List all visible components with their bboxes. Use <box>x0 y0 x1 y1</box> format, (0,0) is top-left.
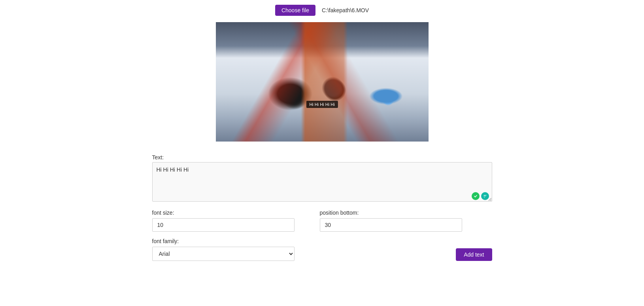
font-size-input[interactable] <box>152 218 295 232</box>
position-bottom-input[interactable] <box>320 218 462 232</box>
position-bottom-label: position bottom: <box>320 210 462 216</box>
position-bottom-group: position bottom: <box>320 210 462 232</box>
font-family-group: font family: Arial Times New Roman Couri… <box>152 238 295 261</box>
choose-file-button[interactable]: Choose file <box>275 5 315 16</box>
font-family-select[interactable]: Arial Times New Roman Courier New Verdan… <box>152 247 295 261</box>
top-bar: Choose file C:\fakepath\6.MOV <box>0 2 644 19</box>
textarea-icons <box>472 192 489 200</box>
font-size-position-row: font size: position bottom: <box>152 210 492 232</box>
font-size-label: font size: <box>152 210 295 216</box>
add-text-button[interactable]: Add text <box>456 248 492 261</box>
check-icon[interactable] <box>472 192 480 200</box>
file-path-display: C:\fakepath\6.MOV <box>322 7 369 13</box>
chat-icon[interactable] <box>481 192 489 200</box>
video-frame: Hi Hi Hi Hi Hi <box>216 22 429 142</box>
video-overlay-label: Hi Hi Hi Hi Hi <box>306 101 338 108</box>
font-family-label: font family: <box>152 238 295 244</box>
font-family-add-row: font family: Arial Times New Roman Couri… <box>152 238 492 261</box>
text-field-group: Text: <box>152 154 492 203</box>
text-textarea[interactable] <box>152 162 492 202</box>
font-size-group: font size: <box>152 210 295 232</box>
textarea-wrapper <box>152 162 492 203</box>
video-container: Hi Hi Hi Hi Hi <box>0 22 644 142</box>
text-label: Text: <box>152 154 492 161</box>
video-scene <box>216 22 429 142</box>
form-section: Text: <box>144 154 500 261</box>
